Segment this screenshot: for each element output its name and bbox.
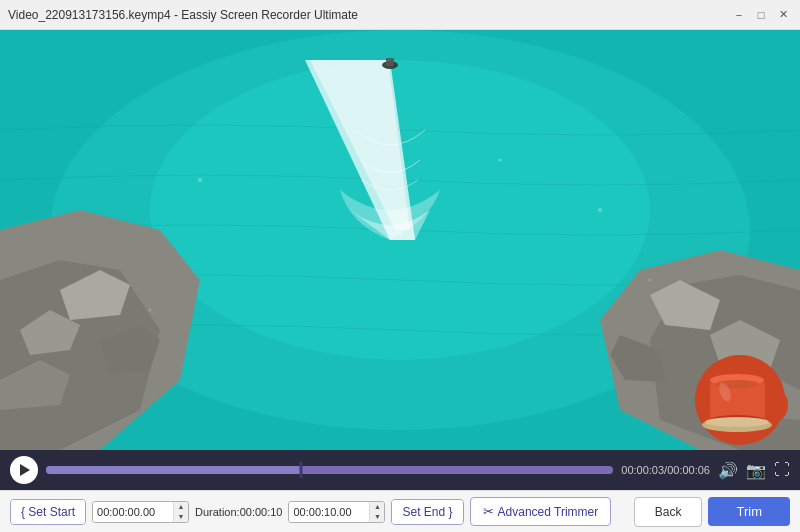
set-start-group: { Set Start xyxy=(10,499,86,525)
video-area xyxy=(0,30,800,450)
bottom-toolbar: { Set Start ▲ ▼ Duration:00:00:10 ▲ ▼ Se… xyxy=(0,490,800,532)
volume-icon[interactable]: 🔊 xyxy=(718,461,738,480)
video-frame xyxy=(0,30,800,450)
time-display: 00:00:03/00:00:06 xyxy=(621,464,710,476)
svg-point-30 xyxy=(705,417,769,427)
trim-button[interactable]: Trim xyxy=(708,497,790,526)
timeline-track[interactable] xyxy=(46,466,613,474)
minimize-button[interactable]: − xyxy=(730,6,748,24)
maximize-button[interactable]: □ xyxy=(752,6,770,24)
title-bar: Video_220913173156.keymp4 - Eassiy Scree… xyxy=(0,0,800,30)
back-button[interactable]: Back xyxy=(634,497,703,527)
start-time-up[interactable]: ▲ xyxy=(174,502,188,512)
advanced-trimmer-button[interactable]: ✂ Advanced Trimmer xyxy=(470,497,612,526)
title-bar-controls: − □ ✕ xyxy=(730,6,792,24)
svg-point-22 xyxy=(499,159,502,162)
start-time-group: ▲ ▼ xyxy=(92,501,189,523)
play-button[interactable] xyxy=(10,456,38,484)
controls-bar: 00:00:03/00:00:06 🔊 📷 ⛶ xyxy=(0,450,800,490)
set-start-button[interactable]: { Set Start xyxy=(11,500,85,524)
start-time-spinners: ▲ ▼ xyxy=(173,502,188,522)
duration-label: Duration:00:00:10 xyxy=(195,506,282,518)
svg-point-18 xyxy=(198,178,202,182)
end-time-down[interactable]: ▼ xyxy=(370,512,384,522)
set-end-button[interactable]: Set End } xyxy=(392,500,462,524)
set-end-group: Set End } xyxy=(391,499,463,525)
timeline-wrapper[interactable] xyxy=(46,464,613,476)
advanced-trimmer-label: Advanced Trimmer xyxy=(498,505,599,519)
svg-rect-17 xyxy=(386,58,394,66)
fullscreen-icon[interactable]: ⛶ xyxy=(774,461,790,479)
end-time-input[interactable] xyxy=(289,502,369,522)
timeline-progress xyxy=(46,466,301,474)
screenshot-icon[interactable]: 📷 xyxy=(746,461,766,480)
start-time-input[interactable] xyxy=(93,502,173,522)
start-time-down[interactable]: ▼ xyxy=(174,512,188,522)
end-time-spinners: ▲ ▼ xyxy=(369,502,384,522)
end-time-up[interactable]: ▲ xyxy=(370,502,384,512)
svg-point-21 xyxy=(649,279,652,282)
scissors-icon: ✂ xyxy=(483,504,494,519)
current-time: 00:00:03 xyxy=(621,464,664,476)
total-time: 00:00:06 xyxy=(667,464,710,476)
svg-point-19 xyxy=(598,208,602,212)
timeline-handle[interactable] xyxy=(300,462,303,478)
end-time-group: ▲ ▼ xyxy=(288,501,385,523)
svg-point-20 xyxy=(149,309,152,312)
close-button[interactable]: ✕ xyxy=(774,6,792,24)
title-bar-text: Video_220913173156.keymp4 - Eassiy Scree… xyxy=(8,8,358,22)
